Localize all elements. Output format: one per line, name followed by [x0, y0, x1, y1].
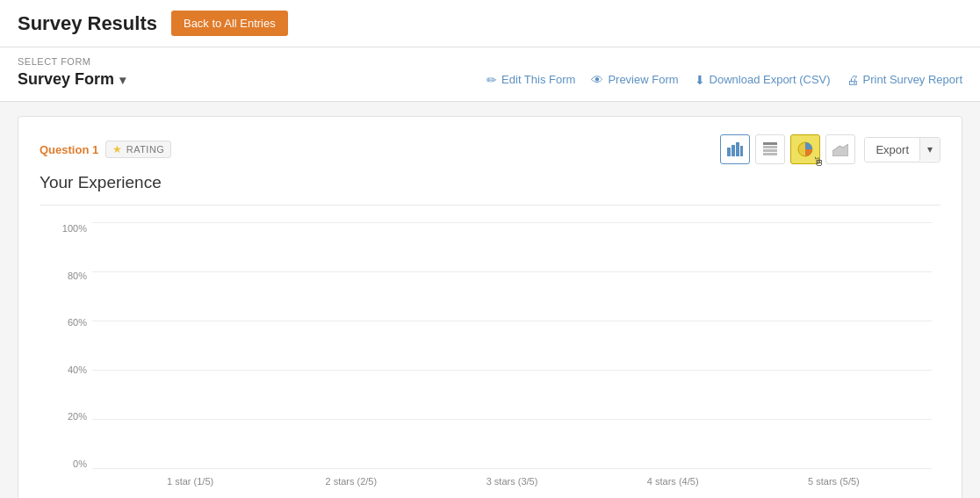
export-chevron-icon[interactable]: ▾: [919, 138, 940, 161]
bar-chart-button[interactable]: [720, 134, 750, 164]
download-icon: ⬇: [695, 73, 705, 87]
x-labels-row: 1 star (1/5)2 stars (2/5)3 stars (3/5)4 …: [92, 476, 932, 487]
form-actions: ✏ Edit This Form 👁 Preview Form ⬇ Downlo…: [486, 73, 962, 87]
x-axis-label: 4 stars (4/5): [593, 476, 753, 487]
cursor-icon: 🖱: [812, 155, 825, 169]
main-content: Question 1 ★ RATING: [0, 102, 980, 498]
export-label: Export: [865, 138, 919, 162]
chart-controls: 🖱 Export ▾: [720, 134, 940, 164]
question-meta: Question 1 ★ RATING: [40, 141, 171, 158]
question-number: Question 1: [40, 143, 98, 156]
svg-rect-6: [763, 149, 777, 152]
bar-chart-container: 100%80%60%40%20%0% 1 star (1/5)2 stars (…: [40, 223, 940, 487]
table-view-button[interactable]: [755, 134, 785, 164]
print-icon: 🖨: [847, 73, 859, 87]
form-bar: SELECT FORM Survey Form ▾ ✏ Edit This Fo…: [0, 47, 980, 102]
chevron-down-icon: ▾: [119, 73, 126, 87]
eye-icon: 👁: [591, 73, 603, 87]
top-header: Survey Results Back to All Entries: [0, 0, 980, 47]
export-dropdown: Export ▾: [864, 137, 940, 162]
x-axis-label: 1 star (1/5): [110, 476, 270, 487]
question-type-label: RATING: [126, 144, 165, 155]
y-axis-label: 40%: [48, 364, 87, 375]
x-axis-label: 2 stars (2/5): [270, 476, 431, 487]
edit-icon: ✏: [486, 73, 497, 87]
area-chart-icon: [832, 142, 848, 156]
print-report-label: Print Survey Report: [863, 73, 962, 86]
svg-marker-9: [832, 144, 848, 156]
question-card: Question 1 ★ RATING: [18, 116, 962, 498]
form-name-label: Survey Form: [18, 70, 114, 89]
y-axis-label: 100%: [48, 223, 87, 234]
pie-chart-icon: [797, 141, 813, 157]
svg-rect-7: [763, 153, 777, 155]
x-axis-label: 5 stars (5/5): [753, 476, 914, 487]
area-chart-button[interactable]: [825, 134, 855, 164]
preview-form-label: Preview Form: [608, 73, 678, 86]
svg-rect-2: [736, 142, 739, 156]
print-report-link[interactable]: 🖨 Print Survey Report: [847, 73, 962, 87]
svg-rect-4: [763, 142, 777, 145]
svg-rect-5: [763, 146, 777, 148]
pie-chart-button[interactable]: 🖱: [790, 134, 820, 164]
bars-row: [92, 223, 932, 469]
question-title: Your Experience: [40, 173, 940, 192]
edit-form-label: Edit This Form: [501, 73, 575, 86]
form-selector[interactable]: Survey Form ▾: [18, 70, 126, 89]
select-form-label: SELECT FORM: [18, 56, 962, 67]
star-icon: ★: [112, 143, 123, 155]
download-export-label: Download Export (CSV): [710, 73, 831, 86]
card-divider: [40, 205, 940, 206]
table-icon: [763, 142, 777, 156]
form-bar-row: Survey Form ▾ ✏ Edit This Form 👁 Preview…: [18, 70, 962, 89]
svg-rect-0: [727, 148, 731, 156]
y-axis-label: 0%: [48, 458, 87, 469]
y-axis-label: 80%: [48, 271, 87, 281]
preview-form-link[interactable]: 👁 Preview Form: [591, 73, 678, 87]
bar-chart-icon: [727, 142, 743, 156]
svg-rect-1: [731, 145, 735, 156]
y-axis-label: 60%: [48, 317, 87, 328]
edit-form-link[interactable]: ✏ Edit This Form: [486, 73, 575, 87]
download-export-link[interactable]: ⬇ Download Export (CSV): [695, 73, 831, 87]
chart-area: 100%80%60%40%20%0%: [92, 223, 932, 469]
back-to-all-entries-button[interactable]: Back to All Entries: [171, 11, 288, 36]
svg-rect-3: [740, 146, 743, 156]
page-title: Survey Results: [18, 12, 157, 35]
x-axis-label: 3 stars (3/5): [431, 476, 592, 487]
y-axis-labels: 100%80%60%40%20%0%: [48, 223, 87, 469]
y-axis-label: 20%: [48, 411, 87, 422]
question-header: Question 1 ★ RATING: [40, 134, 940, 164]
question-type-badge: ★ RATING: [105, 141, 171, 158]
